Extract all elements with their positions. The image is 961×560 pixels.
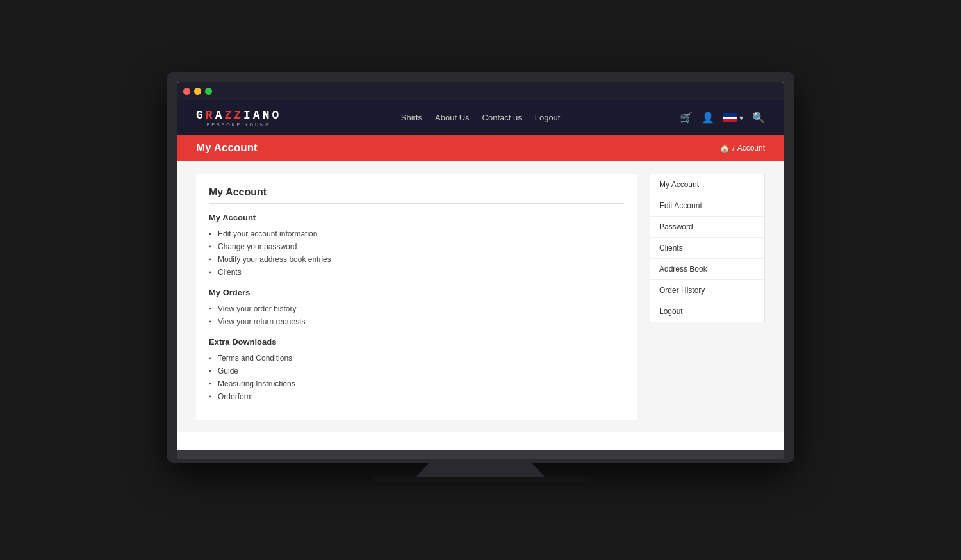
breadcrumb: 🏠 / Account: [719, 144, 765, 153]
nav-link-contact[interactable]: Contact us: [482, 113, 522, 122]
breadcrumb-separator: /: [732, 144, 734, 152]
logo-subtitle: BESPOKE YOUNG: [207, 122, 271, 127]
maximize-dot[interactable]: [205, 88, 212, 95]
list-item[interactable]: Terms and Conditions: [209, 352, 624, 365]
close-dot[interactable]: [183, 88, 190, 95]
content-right: My Account Edit Account Password Clients…: [650, 174, 765, 420]
list-item[interactable]: Change your password: [209, 240, 624, 253]
laptop-body: GRAZZIANO BESPOKE YOUNG Shirts About Us …: [167, 72, 794, 463]
laptop-screen: GRAZZIANO BESPOKE YOUNG Shirts About Us …: [177, 82, 784, 450]
nav-bar: GRAZZIANO BESPOKE YOUNG Shirts About Us …: [177, 100, 784, 135]
minimize-dot[interactable]: [194, 88, 201, 95]
browser-content: GRAZZIANO BESPOKE YOUNG Shirts About Us …: [177, 100, 784, 450]
list-item[interactable]: Measuring Instructions: [209, 377, 624, 390]
sidebar-menu: My Account Edit Account Password Clients…: [650, 174, 765, 322]
logo-block: GRAZZIANO BESPOKE YOUNG: [196, 109, 281, 127]
list-item[interactable]: View your order history: [209, 302, 624, 315]
my-account-heading: My Account: [209, 213, 624, 222]
logo-text: GRAZZIANO: [196, 109, 281, 122]
list-item[interactable]: Clients: [209, 266, 624, 279]
breadcrumb-current: Account: [737, 144, 765, 152]
sidebar-item-password[interactable]: Password: [650, 217, 764, 238]
page-title: My Account: [196, 142, 258, 154]
main-section-title: My Account: [209, 186, 624, 204]
sidebar-item-clients[interactable]: Clients: [650, 238, 764, 259]
laptop-stand: [416, 463, 545, 477]
cart-icon[interactable]: 🛒: [680, 111, 693, 124]
sidebar-item-address-book[interactable]: Address Book: [650, 259, 764, 280]
site-logo: GRAZZIANO: [196, 109, 281, 122]
flag-chevron-icon: ▾: [739, 113, 743, 122]
nav-icons: 🛒 👤 ▾ 🔍: [680, 111, 765, 124]
my-orders-list: View your order history View your return…: [209, 302, 624, 328]
list-item[interactable]: View your return requests: [209, 315, 624, 328]
sidebar-item-logout[interactable]: Logout: [650, 301, 764, 322]
sidebar-item-edit-account[interactable]: Edit Account: [650, 195, 764, 217]
extra-downloads-heading: Extra Downloads: [209, 337, 624, 347]
sidebar-item-my-account[interactable]: My Account: [650, 174, 764, 195]
nav-link-about[interactable]: About Us: [435, 113, 469, 122]
nav-link-logout[interactable]: Logout: [535, 113, 561, 122]
list-item[interactable]: Edit your account information: [209, 227, 624, 240]
language-selector[interactable]: ▾: [723, 113, 743, 122]
list-item[interactable]: Guide: [209, 365, 624, 377]
main-content: My Account My Account Edit your account …: [177, 161, 784, 432]
home-icon[interactable]: 🏠: [719, 144, 730, 153]
my-account-list: Edit your account information Change you…: [209, 227, 624, 279]
extra-downloads-list: Terms and Conditions Guide Measuring Ins…: [209, 352, 624, 403]
nav-links: Shirts About Us Contact us Logout: [401, 113, 561, 122]
search-icon[interactable]: 🔍: [752, 111, 765, 124]
flag-icon: [723, 113, 737, 122]
breadcrumb-bar: My Account 🏠 / Account: [177, 135, 784, 161]
content-left: My Account My Account Edit your account …: [196, 174, 637, 420]
title-bar: [177, 82, 784, 100]
laptop-bottom-bar: [177, 450, 784, 459]
list-item[interactable]: Orderform: [209, 390, 624, 403]
sidebar-item-order-history[interactable]: Order History: [650, 280, 764, 301]
list-item[interactable]: Modify your address book entries: [209, 253, 624, 266]
laptop-wrapper: GRAZZIANO BESPOKE YOUNG Shirts About Us …: [167, 72, 794, 488]
user-icon[interactable]: 👤: [702, 111, 714, 124]
nav-link-shirts[interactable]: Shirts: [401, 113, 422, 122]
laptop-base: [372, 477, 589, 482]
my-orders-heading: My Orders: [209, 288, 624, 297]
